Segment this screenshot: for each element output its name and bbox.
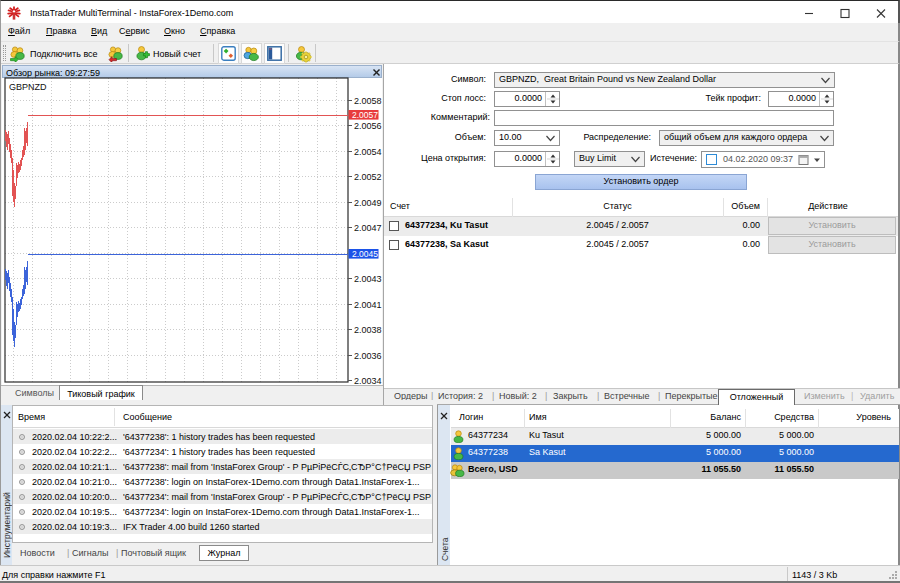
svg-text:2.0034: 2.0034 <box>354 376 382 385</box>
svg-text:2.0047: 2.0047 <box>354 223 382 233</box>
svg-text:2.0054: 2.0054 <box>354 147 382 157</box>
svg-text:2.0041: 2.0041 <box>354 300 382 310</box>
svg-text:2.0049: 2.0049 <box>354 198 382 208</box>
svg-text:2.0045: 2.0045 <box>352 249 378 259</box>
svg-text:2.0057: 2.0057 <box>352 110 378 120</box>
svg-text:2.0058: 2.0058 <box>354 96 382 106</box>
svg-text:2.0038: 2.0038 <box>354 325 382 335</box>
svg-text:2.0043: 2.0043 <box>354 274 382 284</box>
svg-text:GBPNZD: GBPNZD <box>9 82 47 92</box>
svg-text:2.0056: 2.0056 <box>354 121 382 131</box>
svg-text:2.0036: 2.0036 <box>354 351 382 361</box>
svg-text:2.0052: 2.0052 <box>354 172 382 182</box>
